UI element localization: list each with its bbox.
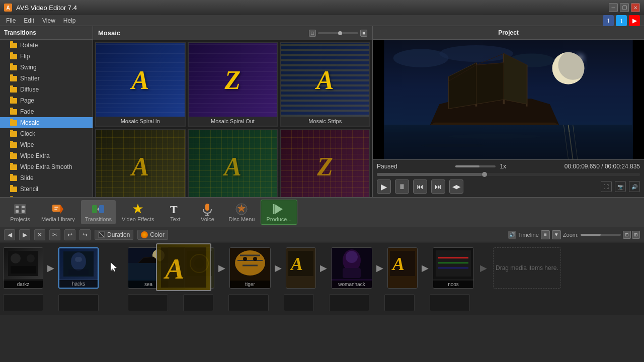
svg-point-20	[421, 144, 486, 147]
prev-frame-button[interactable]: ◀▶	[449, 179, 463, 194]
zoom-fit2-button[interactable]: ⊞	[632, 231, 640, 239]
forward-button[interactable]: ⏭	[431, 179, 445, 194]
zoom-fit-button[interactable]: ⊡	[623, 231, 631, 239]
speed-slider[interactable]	[455, 165, 496, 167]
social-icons: f t ▶	[603, 15, 640, 26]
pause-button[interactable]: ⏸	[395, 179, 409, 194]
sidebar-item-fade[interactable]: Fade	[0, 106, 93, 117]
mosaic-item-counter[interactable]: Z Mosaic Counterclockwise	[280, 129, 370, 197]
sidebar-item-shatter[interactable]: Shatter	[0, 73, 93, 84]
ship-scene-svg	[373, 40, 644, 159]
track-item-circle[interactable]	[184, 247, 214, 289]
close-button[interactable]: ✕	[631, 3, 640, 12]
restore-button[interactable]: ❐	[620, 3, 629, 12]
undo-button[interactable]: ◀	[4, 229, 15, 240]
track-label-sea: sea	[128, 281, 169, 288]
svg-point-5	[439, 45, 513, 62]
track-item-womanhack[interactable]: womanhack	[331, 247, 372, 289]
zoom-control: □ ■	[309, 30, 367, 37]
track-item-darkz[interactable]: darkz	[3, 247, 43, 289]
sidebar-item-label: Clock	[20, 130, 35, 137]
stop-button[interactable]: ✕	[34, 229, 45, 240]
audio-track-2	[58, 294, 99, 311]
volume-button[interactable]: 🔊	[629, 181, 640, 192]
text-label: Text	[170, 216, 180, 222]
sidebar-item-rotate[interactable]: Rotate	[0, 40, 93, 51]
film-icon	[13, 202, 27, 216]
timeline-options-button[interactable]: ▼	[552, 230, 561, 239]
play-button[interactable]: ▶	[377, 179, 391, 194]
seek-thumb	[482, 172, 487, 177]
mosaic-item-strips[interactable]: A Mosaic Strips	[280, 42, 370, 127]
track-item-sea[interactable]: sea	[128, 247, 169, 289]
track-item-noos[interactable]: noos	[433, 247, 474, 289]
mosaic-item-spiral-out[interactable]: Z Mosaic Spiral Out	[188, 42, 278, 127]
zoom-slider-bottom[interactable]	[581, 234, 621, 236]
zoom-max-button[interactable]: ■	[360, 30, 367, 37]
zoom-min-button[interactable]: □	[309, 30, 316, 37]
rewind-button[interactable]: ⏮	[413, 179, 427, 194]
twitter-icon[interactable]: t	[616, 15, 627, 26]
track-thumb-womanhack	[332, 248, 372, 279]
toolbar-produce[interactable]: Produce...	[261, 200, 297, 225]
duration-button[interactable]: Duration	[95, 230, 133, 240]
track-transition-7: ▶	[420, 247, 431, 289]
mosaic-item-spiral-in[interactable]: A Mosaic Spiral In	[95, 42, 186, 127]
mosaic-item-clockwise[interactable]: A Mosaic Clockwise	[188, 129, 278, 197]
track-item-hacks[interactable]: hacks	[58, 247, 99, 289]
menu-edit[interactable]: Edit	[20, 16, 38, 25]
sidebar-item-wipe[interactable]: Wipe	[0, 139, 93, 150]
sidebar-item-clock[interactable]: Clock	[0, 128, 93, 139]
app-title: AVS Video Editor 7.4	[16, 4, 77, 12]
track-item-texture2[interactable]: A	[387, 247, 418, 289]
sidebar-item-wipe-extra-smooth[interactable]: Wipe Extra Smooth	[0, 161, 93, 172]
fwd-button[interactable]: ↪	[79, 229, 91, 240]
color-button[interactable]: Color	[137, 230, 168, 240]
toolbar-projects[interactable]: Projects	[5, 200, 35, 224]
sidebar-item-wipe-extra[interactable]: Wipe Extra	[0, 150, 93, 161]
play-ctrl-button[interactable]: ▶	[19, 229, 30, 240]
sidebar-item-label: Rotate	[20, 42, 38, 49]
snapshot-button[interactable]: 📷	[615, 181, 626, 192]
toolbar-media-library[interactable]: Media Library	[37, 200, 79, 224]
sidebar-item-mosaic[interactable]: Mosaic	[0, 117, 93, 128]
sidebar-item-label: Slide	[20, 174, 34, 182]
menu-file[interactable]: File	[2, 16, 20, 25]
mosaic-item-dissolve[interactable]: A Mosaic Dissolve	[95, 129, 186, 197]
timeline-view-button[interactable]: ≡	[541, 230, 550, 239]
sidebar-item-slide[interactable]: Slide	[0, 172, 93, 184]
sidebar-item-diffuse[interactable]: Diffuse	[0, 84, 93, 95]
youtube-icon[interactable]: ▶	[629, 15, 640, 26]
mosaic-item-label: Mosaic Spiral Out	[189, 117, 277, 126]
track-item-texture[interactable]: A	[286, 247, 316, 289]
back-button[interactable]: ↩	[64, 229, 75, 240]
sidebar-item-flip[interactable]: Flip	[0, 51, 93, 62]
cut-button[interactable]: ✂	[49, 229, 60, 240]
menu-help[interactable]: Help	[59, 16, 80, 25]
track-thumb-hacks	[59, 248, 98, 280]
track-item-tiger[interactable]: tiger	[229, 247, 271, 289]
arrow-icon-6: ▶	[376, 262, 383, 274]
sidebar-item-page[interactable]: Page	[0, 95, 93, 106]
toolbar-video-effects[interactable]: Video Effects	[118, 200, 158, 224]
facebook-icon[interactable]: f	[603, 15, 614, 26]
seek-bar[interactable]	[377, 173, 640, 176]
projects-label: Projects	[10, 216, 30, 222]
menu-view[interactable]: View	[38, 16, 59, 25]
folder-icon	[10, 187, 17, 192]
mosaic-item-label: Mosaic Spiral In	[96, 117, 185, 126]
fullscreen-button[interactable]: ⛶	[601, 181, 612, 192]
toolbar-voice[interactable]: Voice	[192, 200, 222, 224]
toolbar-text[interactable]: T Text	[160, 200, 190, 224]
media-library-label: Media Library	[41, 216, 75, 222]
toolbar-disc-menu[interactable]: Disc Menu	[224, 200, 259, 224]
drag-hint-area[interactable]: Drag media items here.	[493, 247, 561, 289]
sidebar-item-stencil-smooth[interactable]: Stencil Smooth	[0, 195, 93, 197]
minimize-button[interactable]: ─	[609, 3, 618, 12]
zoom-slider[interactable]	[318, 32, 358, 34]
folder-icon	[10, 65, 17, 70]
toolbar-transitions[interactable]: Transitions	[81, 200, 116, 224]
sidebar-item-swing[interactable]: Swing	[0, 62, 93, 73]
track-label-noos: noos	[433, 281, 473, 288]
sidebar-item-stencil[interactable]: Stencil	[0, 184, 93, 195]
